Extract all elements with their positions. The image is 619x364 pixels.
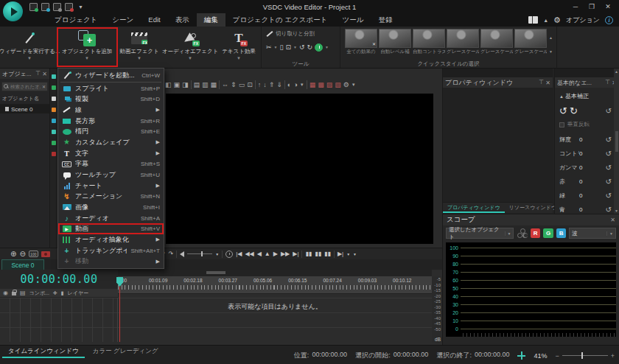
object-row-scene0[interactable]: Scene 0 — [0, 105, 49, 113]
remove-style-icon[interactable]: ✕ — [372, 41, 376, 46]
lock-icon[interactable] — [12, 292, 16, 295]
prev-frame-button[interactable]: ◀ — [257, 251, 262, 257]
save-project-icon[interactable] — [53, 3, 61, 11]
gear-icon[interactable]: ⚙ — [553, 15, 561, 25]
quick-access-dropdown-icon[interactable]: ▼ — [78, 4, 83, 10]
open-project-icon[interactable] — [41, 3, 49, 11]
menu-item-wizard[interactable]: ウィザードを起動... Ctrl+W — [58, 70, 164, 81]
volume-slider[interactable] — [187, 253, 212, 254]
close-button[interactable]: ✕ — [600, 0, 616, 13]
shape-union-icon[interactable]: ◐ — [287, 81, 291, 88]
menu-item-custom-shape[interactable]: ★ カスタムシェイプ ▶ — [58, 137, 164, 148]
effects-scrollbar[interactable]: ▲▼ — [614, 69, 619, 214]
menubar-item-export[interactable]: プロジェクトの エクスポート — [225, 13, 335, 27]
quickstyle-grayscale-2[interactable]: グレースケール — [480, 29, 513, 60]
strip-icon[interactable] — [52, 119, 56, 123]
rotate-cw-icon[interactable]: ↻ — [307, 43, 313, 51]
menu-item-audio[interactable]: ♪ オーディオ Shift+A — [58, 213, 164, 224]
channel-r-button[interactable]: R — [531, 228, 540, 238]
move-up-icon[interactable]: ↑ — [258, 81, 262, 88]
rotate-right-icon[interactable]: ↻ — [570, 105, 578, 116]
scope-mode-dropdown[interactable]: 波▼ — [569, 228, 616, 239]
menubar-item-project[interactable]: プロジェクト — [47, 13, 105, 27]
go-end-button[interactable]: ▶| — [293, 251, 298, 257]
menu-item-video[interactable]: ▶ 動画 Shift+V — [58, 223, 164, 234]
pan-move-icon[interactable] — [517, 351, 525, 360]
timeline-ruler[interactable]: 00 00:01.09 00:02.18 00:03.27 00:05.06 0… — [118, 276, 432, 294]
rewind-button[interactable]: ◀◀ — [245, 251, 253, 257]
align-center-icon[interactable]: ▣ — [174, 81, 181, 88]
caret-icon[interactable]: ▼ — [346, 252, 350, 256]
redo-icon[interactable]: ↷ — [168, 251, 173, 257]
quickstyle-scroll-arrows[interactable]: ▲▼ — [548, 29, 553, 60]
shape-caret-icon[interactable]: ▼ — [300, 83, 304, 87]
rotate-ccw-icon[interactable]: ↺ — [299, 43, 305, 51]
audio-effects-button[interactable]: FX オーディオエフェクト ▼ — [162, 27, 218, 60]
frame-view-icon-2[interactable]: ▮▮ — [315, 251, 321, 257]
pin-icon[interactable]: ⊤ — [605, 80, 610, 85]
menu-item-rectangle[interactable]: 長方形 Shift+R — [58, 116, 164, 127]
tab-resources-window[interactable]: リソースウィンドウ — [505, 203, 561, 213]
tab-timeline-window[interactable]: タイムラインウィンドウ — [2, 346, 85, 358]
play-from-cursor-button[interactable]: ▲ — [265, 251, 270, 257]
frame-view-icon-3[interactable]: ▮▮ — [324, 251, 331, 257]
strip-icon[interactable] — [52, 108, 56, 112]
menu-item-ellipse[interactable]: 楕円 Shift+E — [58, 126, 164, 137]
menubar-item-register[interactable]: 登録 — [371, 13, 399, 27]
speed-clock-icon[interactable] — [315, 43, 323, 52]
move-down-icon[interactable]: ↓ — [263, 81, 267, 88]
menu-item-chart[interactable]: チャート ▶ — [58, 181, 164, 192]
rotate-left-icon[interactable]: ↺ — [559, 105, 567, 116]
vertical-flip-checkbox[interactable] — [559, 122, 564, 127]
jump-next-icon[interactable]: ▶| — [338, 251, 343, 257]
basic-correction-section[interactable]: ▲基本補正 — [559, 92, 612, 100]
menu-item-text[interactable]: T 文字 ▶ — [58, 148, 164, 159]
distribute-icon-3[interactable]: ▦ — [211, 81, 217, 88]
snap-grid-icon[interactable]: ▩ — [318, 81, 324, 88]
move-column-icon[interactable]: ✚ — [53, 290, 57, 296]
align-right-icon[interactable]: ◨ — [182, 81, 189, 88]
pin-icon[interactable]: ⊤ — [35, 71, 41, 77]
strip-icon[interactable] — [52, 74, 56, 79]
preview-settings-gear-icon[interactable]: ⚙ — [343, 81, 349, 88]
quickstyle-grayscale-3[interactable]: グレースケール — [514, 29, 547, 60]
speaker-icon[interactable] — [180, 251, 184, 257]
distribute-icon-1[interactable]: ▤ — [194, 81, 200, 88]
add-object-button[interactable]: + オブジェクトを追加 ▼ — [57, 27, 116, 60]
rect-bounds-icon[interactable]: ▭ — [239, 81, 245, 88]
split-icon[interactable]: ▯ — [280, 43, 284, 51]
minimize-button[interactable]: ─ — [567, 0, 584, 13]
preview-quality-clock-icon[interactable] — [225, 251, 233, 258]
quickstyle-grayscale-1[interactable]: グレースケール — [447, 29, 479, 60]
clear-search-icon[interactable]: ✕ — [42, 84, 46, 89]
options-label[interactable]: オプション — [566, 15, 600, 25]
video-effects-button[interactable]: FX 動画エフェクト ▼ — [116, 27, 162, 60]
menu-item-tooltip[interactable]: ツールチップ Shift+U — [58, 169, 164, 181]
layers-icon[interactable]: ▤ — [20, 290, 26, 296]
reset-icon[interactable]: ↺ — [606, 164, 612, 172]
tab-properties-window[interactable]: プロパティウィンドウ — [443, 203, 505, 213]
reset-icon[interactable]: ↺ — [606, 206, 612, 214]
record-camera-icon[interactable] — [41, 251, 50, 257]
menu-item-duplicate[interactable]: 複製 Shift+D — [58, 94, 164, 105]
distribute-icon-2[interactable]: ▥ — [202, 81, 209, 88]
close-panel-icon[interactable]: ✕ — [610, 217, 615, 223]
channel-b-button[interactable]: B — [556, 228, 566, 238]
strip-icon[interactable] — [52, 152, 56, 156]
scene-tab[interactable]: Scene 0 — [1, 259, 44, 270]
menubar-item-scene[interactable]: シーン — [105, 13, 141, 27]
run-wizard-button[interactable]: ウィザードを実行する... ▼ — [1, 27, 57, 60]
menu-item-image[interactable]: 画像 Shift+I — [58, 202, 164, 213]
collapse-ribbon-icon[interactable]: ▲ — [543, 18, 548, 23]
move-bottom-icon[interactable]: ⇓ — [276, 81, 282, 88]
reset-icon[interactable]: ↺ — [606, 192, 612, 200]
play-button[interactable]: ▶ — [273, 251, 278, 257]
reset-icon[interactable]: ↺ — [606, 107, 612, 115]
grid-icon[interactable]: ▦ — [310, 81, 316, 88]
layout-panels-icon[interactable] — [528, 16, 538, 24]
strip-icon[interactable] — [52, 97, 56, 101]
shape-subtract-icon[interactable]: ◑ — [293, 81, 297, 88]
object-search-input[interactable] — [10, 84, 41, 89]
visibility-eye-icon[interactable]: ◉ — [3, 290, 8, 296]
reset-icon[interactable]: ↺ — [606, 136, 612, 144]
